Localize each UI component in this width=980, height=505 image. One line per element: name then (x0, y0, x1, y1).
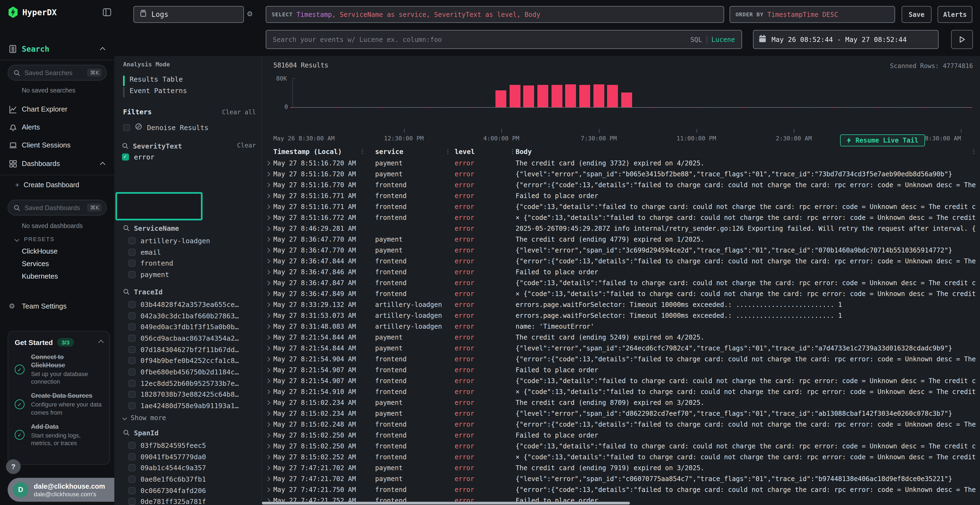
get-started-step[interactable]: ✓ Connect to ClickHouse Set up your data… (15, 353, 103, 386)
histogram-bar[interactable] (565, 85, 576, 107)
table-row[interactable]: May 27 8:51:16.720 AMpaymenterror{"level… (262, 169, 980, 179)
histogram-bar[interactable] (621, 93, 632, 107)
col-header-level[interactable]: level (455, 148, 475, 156)
table-row[interactable]: May 27 8:51:16.771 AMfrontenderrorFailed… (262, 191, 980, 201)
table-row[interactable]: May 27 8:36:47.770 AMpaymenterror{"level… (262, 245, 980, 256)
mode-lucene-toggle[interactable]: Lucene (711, 36, 735, 43)
preset-clickhouse[interactable]: ClickHouse (22, 247, 58, 255)
filter-item[interactable]: 12ec8dd52b60b9525733b7e… (129, 378, 258, 389)
col-header-timestamp[interactable]: Timestamp (Local) (273, 148, 342, 156)
mode-sql-toggle[interactable]: SQL (690, 36, 702, 43)
denoise-filter[interactable]: Denoise Results (123, 123, 208, 132)
error-checkbox[interactable] (122, 154, 129, 160)
table-options-icon[interactable]: ⋮ (971, 148, 977, 155)
search-icon[interactable] (123, 429, 130, 436)
table-row[interactable]: May 27 8:21:54.844 AMpaymenterrorThe cre… (262, 332, 980, 343)
filter-checkbox[interactable] (129, 346, 135, 353)
filter-item[interactable]: 07d184304627bf2f11b67dd… (129, 344, 258, 355)
histogram-bar[interactable] (509, 85, 520, 107)
table-row[interactable]: May 27 7:47:21.750 AMfrontenderror{"erro… (262, 484, 980, 495)
sidebar-item-alerts[interactable]: Alerts (0, 122, 115, 134)
histogram-bar[interactable] (607, 85, 618, 107)
filter-checkbox[interactable] (129, 357, 135, 364)
chevron-up-icon[interactable] (100, 162, 105, 167)
filter-item[interactable]: 0ae8e1f6c6b37fb1 (129, 473, 258, 484)
table-row[interactable]: May 27 8:21:54.907 AMfrontenderrorFailed… (262, 365, 980, 375)
filter-item[interactable]: 0c0667304fafd206 (129, 485, 258, 496)
filter-checkbox[interactable] (129, 237, 135, 245)
create-dashboard-button[interactable]: +Create Dashboard (15, 181, 79, 189)
user-menu[interactable]: D dale@clickhouse.com dale@clickhouse.co… (8, 478, 115, 502)
filter-item[interactable]: 0de781ff325a781f (129, 496, 258, 505)
filter-item[interactable]: 056cd9acbaac8637a4354a2… (129, 332, 258, 344)
search-icon[interactable] (122, 143, 129, 149)
saved-dashboards-input[interactable] (24, 203, 84, 212)
filter-checkbox[interactable] (129, 442, 135, 449)
presets-toggle[interactable]: PRESETS (15, 236, 54, 242)
table-row[interactable]: May 27 8:15:02.250 AMfrontenderror{"code… (262, 441, 980, 452)
filter-item[interactable]: 03f7b824595feec5 (129, 440, 258, 451)
table-row[interactable]: May 27 7:47:21.702 AMpaymenterror{"level… (262, 473, 980, 484)
filter-item[interactable]: payment (129, 269, 258, 280)
filter-checkbox[interactable] (129, 260, 135, 267)
saved-searches-search[interactable]: ⌘K (8, 65, 107, 81)
table-row[interactable]: May 27 8:36:47.846 AMfrontenderrorFailed… (262, 267, 980, 278)
alerts-button[interactable]: Alerts (937, 6, 972, 23)
search-icon[interactable] (123, 225, 130, 231)
source-settings-gear-icon[interactable]: ⚙ (247, 10, 253, 18)
sql-select-input[interactable]: SELECT Timestamp , ServiceName as servic… (266, 6, 724, 23)
get-started-step[interactable]: ✓ Add Data Start sending logs, metrics, … (15, 423, 103, 447)
filter-item[interactable]: artillery-loadgen (129, 235, 258, 246)
col-resize-handle[interactable]: ⋮ (360, 148, 365, 155)
filter-checkbox[interactable] (129, 368, 135, 375)
chevron-up-icon[interactable] (98, 340, 104, 345)
run-query-button[interactable] (951, 30, 973, 49)
table-row[interactable]: May 27 8:51:16.771 AMfrontenderror{"code… (262, 201, 980, 212)
table-row[interactable]: May 27 8:21:54.907 AMfrontenderror{"code… (262, 375, 980, 386)
preset-kubernetes[interactable]: Kubernetes (22, 272, 58, 280)
filter-item[interactable]: 09ab1c4544c9a357 (129, 462, 258, 473)
table-row[interactable]: May 27 8:21:54.910 AMfrontenderror× {"co… (262, 386, 980, 397)
table-row[interactable]: May 27 8:15:02.234 AMpaymenterror{"level… (262, 408, 980, 419)
sidebar-item-client-sessions[interactable]: Client Sessions (0, 140, 115, 152)
table-row[interactable]: May 27 8:15:02.250 AMfrontenderrorFailed… (262, 430, 980, 441)
filter-checkbox[interactable] (129, 271, 135, 278)
table-row[interactable]: May 27 8:15:02.234 AMpaymenterrorThe cre… (262, 397, 980, 408)
filter-checkbox[interactable] (129, 476, 135, 483)
table-row[interactable]: May 27 8:36:47.849 AMfrontenderror× {"co… (262, 288, 980, 299)
histogram-bar[interactable] (495, 91, 506, 107)
table-row[interactable]: May 27 8:36:47.844 AMfrontenderror{"erro… (262, 256, 980, 267)
order-by-input[interactable]: ORDER BY TimestampTime DESC (730, 6, 895, 23)
sidebar-item-dashboards[interactable]: Dashboards (0, 158, 115, 170)
sidebar-item-chart-explorer[interactable]: Chart Explorer (0, 104, 115, 116)
time-range-picker[interactable]: May 26 08:52:44 - May 27 08:52:44 (753, 30, 939, 49)
filter-checkbox[interactable] (129, 498, 135, 505)
table-row[interactable]: May 27 8:36:47.770 AMpaymenterrorThe cre… (262, 234, 980, 245)
table-row[interactable]: May 27 8:31:53.073 AMartillery-loadgener… (262, 310, 980, 321)
resume-live-tail-button[interactable]: Resume Live Tail (840, 134, 925, 146)
table-row[interactable]: May 27 7:47:21.702 AMpaymenterrorThe cre… (262, 462, 980, 473)
col-header-service[interactable]: service (375, 148, 403, 156)
filter-item[interactable]: email (129, 246, 258, 257)
histogram-bar[interactable] (538, 85, 548, 107)
search-icon[interactable] (123, 288, 130, 295)
mode-event-patterns[interactable]: Event Patterns (123, 87, 187, 98)
filter-checkbox[interactable] (129, 402, 135, 409)
filter-item[interactable]: frontend (129, 258, 258, 269)
histogram-bar[interactable] (551, 85, 562, 107)
table-row[interactable]: May 27 8:36:47.847 AMfrontenderror{"code… (262, 278, 980, 288)
table-row[interactable]: May 27 8:51:16.770 AMfrontenderror{"erro… (262, 179, 980, 191)
denoise-checkbox[interactable] (123, 124, 130, 131)
preset-services[interactable]: Services (22, 260, 49, 268)
filter-item[interactable]: 18287038b73e882425c64b8… (129, 389, 258, 400)
mode-results-table[interactable]: Results Table (123, 75, 183, 87)
histogram-bar[interactable] (593, 85, 604, 107)
saved-searches-input[interactable] (24, 68, 84, 77)
table-row[interactable]: May 27 8:33:29.132 AMartillery-loadgener… (262, 299, 980, 310)
table-row[interactable]: May 27 8:15:02.252 AMfrontenderror× {"co… (262, 452, 980, 462)
trace-show-more[interactable]: Show more (123, 414, 166, 422)
histogram-bar[interactable] (579, 85, 590, 107)
severity-clear-button[interactable]: Clear (237, 141, 256, 149)
filter-item[interactable]: 0fbe680eb456750b2d1184c… (129, 366, 258, 377)
filter-item[interactable]: 03b44828f42a3573ea655ce… (129, 299, 258, 310)
